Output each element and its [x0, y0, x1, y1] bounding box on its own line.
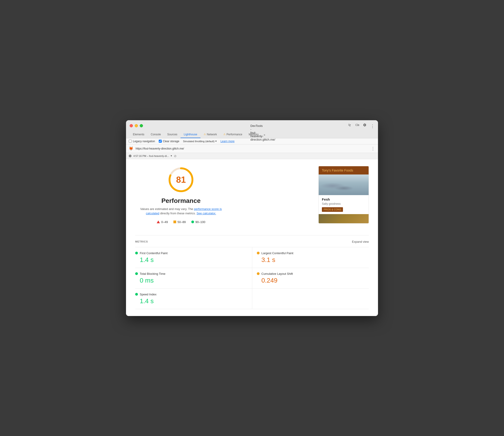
- session-row: 4:57:16 PM – foul-heavenly-di... ▾ ⊘: [126, 153, 378, 159]
- throttling-chevron-icon: ▾: [215, 140, 217, 143]
- toolbar-icons: ⋮: [348, 123, 374, 128]
- legacy-nav-checkbox-group[interactable]: Legacy navigation: [129, 140, 155, 143]
- legend-item-0-49: 0–49: [157, 220, 168, 224]
- legend-item-90-100: 90–100: [191, 220, 205, 224]
- tab-sources[interactable]: Sources: [164, 131, 181, 138]
- performance-warning-icon: ⚠: [223, 133, 226, 136]
- preview-card: Tony's Favorite Foods Fesh Salty goodnes…: [318, 166, 369, 224]
- metrics-section: METRICS Expand view First Contentful Pai…: [126, 235, 378, 316]
- devtools-window: DevTools - foul-heavenly-direction.glitc…: [126, 120, 378, 316]
- metric-cls-name-row: Cumulative Layout Shift: [257, 272, 364, 275]
- preview-item-title: Fesh: [322, 197, 365, 201]
- metric-fcp-value: 1.4 s: [135, 256, 247, 263]
- throttling-label: Simulated throttling (default): [183, 140, 215, 143]
- metric-fcp-label: First Contentful Paint: [140, 251, 167, 255]
- performance-description: Values are estimated and may vary. The p…: [135, 207, 227, 216]
- preview-card-image: [319, 174, 369, 195]
- url-text: https://foul-heavenly-direction.glitch.m…: [136, 147, 184, 150]
- legend-label-90-100: 90–100: [195, 220, 205, 224]
- url-bar-left: 🦊 https://foul-heavenly-direction.glitch…: [129, 146, 184, 151]
- session-reload-icon[interactable]: ⊘: [174, 154, 177, 158]
- preview-card-bottom-image: [319, 214, 369, 223]
- network-warning-icon: ⚠: [204, 133, 206, 136]
- window-title: DevTools - foul-heavenly-direction.glitc…: [250, 124, 254, 127]
- performance-title: Performance: [161, 197, 201, 204]
- tab-lighthouse[interactable]: Lighthouse: [181, 131, 201, 138]
- metric-empty: [252, 289, 369, 309]
- preview-card-body: Fesh Salty goodness PROS & CONS: [319, 195, 369, 214]
- settings-icon[interactable]: [362, 123, 367, 127]
- metrics-divider: [135, 235, 369, 236]
- window-controls: DevTools - foul-heavenly-direction.glitc…: [130, 123, 374, 128]
- learn-more-link[interactable]: Learn more: [220, 140, 234, 143]
- legacy-nav-checkbox[interactable]: [129, 140, 132, 143]
- metric-lcp-dot: [257, 252, 260, 254]
- svg-rect-0: [356, 124, 358, 126]
- metric-lcp-label: Largest Contentful Paint: [261, 251, 293, 255]
- svg-rect-1: [358, 125, 359, 126]
- metric-cls-dot: [257, 272, 260, 275]
- metric-si-name-row: Speed Index: [135, 293, 247, 296]
- metric-lcp: Largest Contentful Paint 3.1 s: [252, 247, 369, 268]
- metric-tbt-label: Total Blocking Time: [140, 272, 165, 275]
- metric-fcp-dot: [135, 252, 138, 254]
- session-timestamp: 4:57:16 PM – foul-heavenly-di...: [133, 154, 169, 157]
- calculator-link[interactable]: See calculator.: [197, 212, 216, 215]
- score-ring: 81: [167, 166, 195, 193]
- fish-image: [319, 174, 369, 195]
- metric-tbt: Total Blocking Time 0 ms: [135, 268, 252, 289]
- more-options-icon[interactable]: ⋮: [370, 123, 374, 127]
- metric-fcp-name-row: First Contentful Paint: [135, 251, 247, 255]
- metrics-header: METRICS Expand view: [135, 240, 369, 243]
- preview-item-subtitle: Salty goodness: [322, 202, 365, 205]
- metric-fcp: First Contentful Paint 1.4 s: [135, 247, 252, 268]
- tab-network[interactable]: ⚠ Network: [201, 131, 220, 138]
- score-left: 81 Performance Values are estimated and …: [135, 166, 227, 224]
- metric-cls-label: Cumulative Layout Shift: [261, 272, 293, 275]
- metric-si: Speed Index 1.4 s: [135, 289, 252, 309]
- minimize-button[interactable]: [135, 124, 138, 127]
- devtools-body: Legacy navigation Clear storage Simulate…: [126, 138, 378, 316]
- pros-cons-button[interactable]: PROS & CONS: [322, 207, 343, 212]
- legend-label-0-49: 0–49: [161, 220, 168, 224]
- metric-tbt-name-row: Total Blocking Time: [135, 272, 247, 275]
- metric-cls-value: 0.249: [257, 277, 364, 284]
- inspect-icon[interactable]: [348, 123, 352, 127]
- url-bar: 🦊 https://foul-heavenly-direction.glitch…: [126, 145, 378, 153]
- tab-performance[interactable]: ⚠ Performance: [220, 131, 246, 138]
- device-toggle-icon[interactable]: [355, 123, 360, 127]
- clear-storage-checkbox-group[interactable]: Clear storage: [159, 140, 179, 143]
- metric-lcp-name-row: Largest Contentful Paint: [257, 251, 364, 255]
- metrics-section-label: METRICS: [135, 240, 148, 243]
- maximize-button[interactable]: [140, 124, 143, 127]
- url-more-options-icon[interactable]: ⋮: [371, 146, 375, 151]
- score-section: 81 Performance Values are estimated and …: [135, 166, 369, 224]
- tab-console[interactable]: Console: [147, 131, 164, 138]
- legend-circle-icon: [191, 220, 194, 223]
- metric-cls: Cumulative Layout Shift 0.249: [252, 268, 369, 289]
- throttling-dropdown[interactable]: Simulated throttling (default) ▾: [183, 140, 217, 143]
- session-badge: [129, 154, 131, 157]
- session-dropdown-icon[interactable]: ▾: [171, 154, 172, 157]
- title-bar: DevTools - foul-heavenly-direction.glitc…: [126, 120, 378, 138]
- legend-square-icon: [174, 220, 176, 223]
- expand-view-button[interactable]: Expand view: [352, 240, 369, 243]
- legend-label-50-89: 50–89: [178, 220, 186, 224]
- lighthouse-panel: 81 Performance Values are estimated and …: [126, 159, 378, 231]
- site-icon: 🦊: [129, 146, 133, 151]
- score-number: 81: [176, 175, 186, 185]
- metric-si-dot: [135, 293, 138, 296]
- metric-si-label: Speed Index: [140, 293, 156, 296]
- legend-triangle-icon: [157, 220, 160, 223]
- close-button[interactable]: [130, 124, 133, 127]
- metric-tbt-dot: [135, 272, 138, 275]
- score-legend: 0–49 50–89 90–100: [157, 220, 205, 224]
- clear-storage-label: Clear storage: [163, 140, 179, 143]
- legend-item-50-89: 50–89: [174, 220, 186, 224]
- metrics-grid: First Contentful Paint 1.4 s Largest Con…: [135, 247, 369, 309]
- tab-elements[interactable]: Elements: [130, 131, 147, 138]
- clear-storage-checkbox[interactable]: [159, 140, 162, 143]
- legacy-nav-label: Legacy navigation: [133, 140, 155, 143]
- preview-card-header: Tony's Favorite Foods: [319, 166, 369, 174]
- metric-tbt-value: 0 ms: [135, 277, 247, 284]
